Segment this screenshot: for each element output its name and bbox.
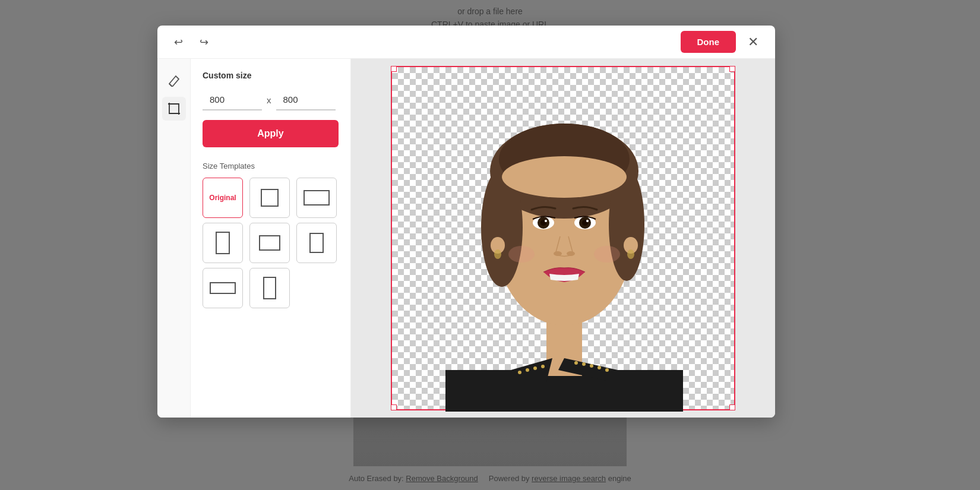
- landscape-short-icon: [210, 282, 236, 294]
- svg-point-28: [586, 220, 589, 222]
- done-button[interactable]: Done: [681, 31, 736, 53]
- header-left-controls: ↩ ↪: [169, 33, 213, 51]
- apply-button[interactable]: Apply: [203, 120, 339, 147]
- svg-point-34: [494, 249, 501, 259]
- svg-point-36: [627, 249, 634, 259]
- size-templates-title: Size Templates: [203, 162, 339, 170]
- portrait-narrow-icon: [263, 277, 276, 299]
- template-square[interactable]: [249, 178, 290, 218]
- custom-size-title: Custom size: [203, 71, 339, 80]
- svg-point-9: [541, 365, 545, 368]
- template-portrait-tall[interactable]: [203, 223, 243, 263]
- square-icon: [261, 189, 279, 207]
- header-right-controls: Done ✕: [681, 31, 764, 53]
- template-landscape-short[interactable]: [203, 268, 243, 308]
- size-templates-grid: Original: [203, 178, 339, 308]
- modal-header: ↩ ↪ Done ✕: [157, 26, 775, 59]
- template-portrait-med[interactable]: [296, 223, 337, 263]
- svg-line-0: [169, 84, 172, 87]
- canvas-area: [351, 59, 775, 418]
- svg-point-30: [567, 251, 575, 256]
- svg-point-8: [533, 366, 537, 370]
- template-original[interactable]: Original: [203, 178, 243, 218]
- landscape-med-icon: [259, 235, 280, 251]
- close-button[interactable]: ✕: [743, 32, 763, 52]
- svg-point-31: [508, 246, 535, 263]
- svg-point-7: [526, 368, 529, 372]
- crop-tool-button[interactable]: [162, 97, 186, 121]
- svg-point-6: [518, 371, 521, 374]
- svg-point-29: [554, 251, 562, 256]
- svg-point-10: [574, 361, 578, 365]
- undo-button[interactable]: ↩: [169, 33, 188, 51]
- eraser-tool-button[interactable]: [162, 68, 186, 92]
- svg-point-12: [590, 364, 593, 368]
- width-input[interactable]: [203, 90, 262, 110]
- svg-point-13: [598, 366, 601, 369]
- height-input[interactable]: [276, 90, 336, 110]
- svg-point-32: [594, 246, 620, 263]
- svg-rect-2: [445, 370, 683, 412]
- svg-point-27: [545, 220, 547, 222]
- canvas-content: [391, 66, 735, 410]
- tools-sidebar: [157, 59, 191, 418]
- portrait-tall-icon: [216, 232, 230, 254]
- template-landscape-med[interactable]: [249, 223, 290, 263]
- svg-point-11: [582, 362, 586, 366]
- resize-handle-tr[interactable]: [729, 66, 735, 72]
- template-landscape-wide[interactable]: [296, 178, 337, 218]
- modal-body: Custom size x Apply Size Templates Origi…: [157, 59, 775, 418]
- resize-handle-br[interactable]: [729, 404, 735, 410]
- svg-point-20: [502, 156, 627, 198]
- size-inputs-container: x: [203, 90, 339, 110]
- redo-button[interactable]: ↪: [195, 33, 213, 51]
- svg-point-14: [605, 368, 609, 372]
- portrait-med-icon: [309, 233, 324, 253]
- template-portrait-narrow[interactable]: [249, 268, 290, 308]
- resize-handle-bl[interactable]: [391, 404, 397, 410]
- landscape-wide-icon: [304, 190, 330, 206]
- modal-dialog: ↩ ↪ Done ✕ Custo: [157, 26, 775, 418]
- resize-handle-tl[interactable]: [391, 66, 397, 72]
- left-panel: Custom size x Apply Size Templates Origi…: [191, 59, 351, 418]
- template-original-label: Original: [209, 194, 236, 202]
- person-portrait-svg: [392, 67, 736, 412]
- size-separator: x: [267, 95, 271, 105]
